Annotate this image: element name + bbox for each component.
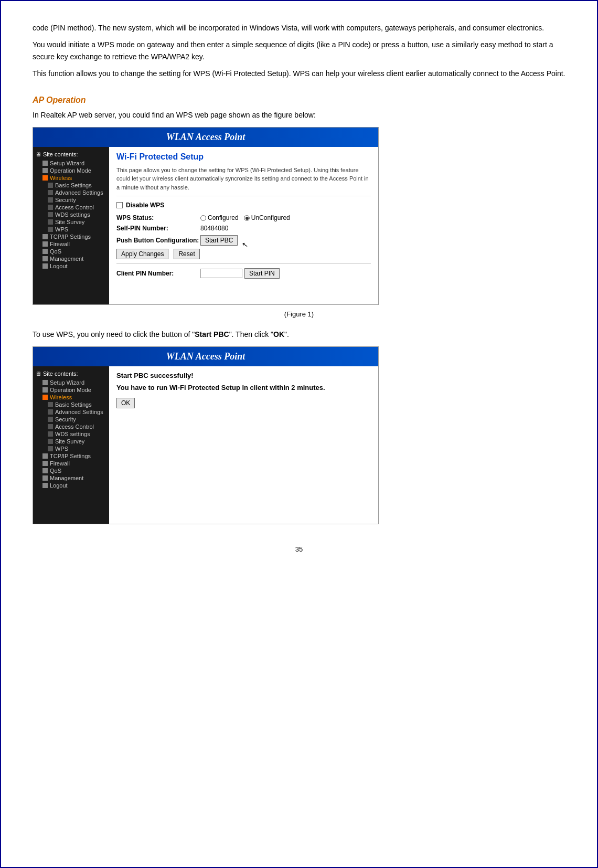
intro-text: In Realtek AP web server, you could find…	[33, 109, 565, 121]
page-icon	[48, 183, 53, 188]
folder-icon	[42, 380, 48, 385]
wlan-sidebar-2: 🖥 Site contents: Setup Wizard Operation …	[33, 366, 109, 524]
wlan-box-1: WLAN Access Point 🖥 Site contents: Setup…	[33, 127, 379, 305]
page-icon	[48, 212, 53, 217]
nav2-basic-settings[interactable]: Basic Settings	[35, 401, 107, 408]
folder-icon	[42, 475, 48, 481]
paragraph-2: You would initiate a WPS mode on gateway…	[33, 39, 565, 62]
nav-site-survey[interactable]: Site Survey	[35, 218, 107, 226]
page-icon	[48, 219, 53, 225]
active-folder-icon	[42, 395, 48, 400]
page-icon	[48, 431, 53, 437]
nav2-wireless[interactable]: Wireless	[35, 394, 107, 401]
page-icon	[48, 190, 53, 195]
nav-firewall[interactable]: Firewall	[35, 240, 107, 248]
nav-logout[interactable]: Logout	[35, 262, 107, 270]
nav2-logout[interactable]: Logout	[35, 482, 107, 489]
monitor-icon-2: 🖥	[35, 371, 41, 377]
nav-wds-settings[interactable]: WDS settings	[35, 211, 107, 218]
nav-wps[interactable]: WPS	[35, 226, 107, 233]
nav2-advanced-settings[interactable]: Advanced Settings	[35, 408, 107, 416]
start-pbc-button[interactable]: Start PBC	[200, 235, 238, 246]
nav-tcpip-settings[interactable]: TCP/IP Settings	[35, 233, 107, 240]
nav2-wps[interactable]: WPS	[35, 445, 107, 452]
to-use-wps-text: To use WPS, you only need to click the b…	[33, 329, 565, 340]
folder-icon	[42, 387, 48, 393]
page-number: 35	[33, 545, 565, 553]
page-icon	[48, 197, 53, 203]
page-icon	[48, 409, 53, 415]
folder-icon	[42, 241, 48, 247]
self-pin-label: Self-PIN Number:	[116, 225, 200, 232]
nav-basic-settings[interactable]: Basic Settings	[35, 182, 107, 189]
client-pin-input[interactable]	[200, 269, 242, 278]
wps-page-title: Wi-Fi Protected Setup	[116, 152, 371, 162]
nav2-tcpip-settings[interactable]: TCP/IP Settings	[35, 452, 107, 460]
nav-management[interactable]: Management	[35, 255, 107, 262]
nav-advanced-settings[interactable]: Advanced Settings	[35, 189, 107, 196]
folder-icon	[42, 256, 48, 261]
nav2-security[interactable]: Security	[35, 416, 107, 423]
cursor-icon: ↖	[241, 240, 249, 250]
folder-icon	[42, 461, 48, 466]
wps-status-row: WPS Status: Configured UnConfigured	[116, 214, 371, 221]
paragraph-3: This function allows you to change the s…	[33, 68, 565, 79]
nav2-qos[interactable]: QoS	[35, 467, 107, 474]
nav2-site-survey[interactable]: Site Survey	[35, 438, 107, 445]
configured-label: Configured	[208, 214, 239, 221]
client-pin-row: Client PIN Number: Start PIN	[116, 268, 371, 279]
reset-button[interactable]: Reset	[174, 249, 199, 259]
ok-button[interactable]: OK	[116, 398, 135, 408]
folder-icon	[42, 483, 48, 488]
unconfigured-label: UnConfigured	[251, 214, 290, 221]
configured-radio-button[interactable]	[200, 215, 206, 221]
wlan-content-1: Wi-Fi Protected Setup This page allows y…	[109, 147, 378, 304]
wps-unconfigured-radio[interactable]: UnConfigured	[244, 214, 290, 221]
nav-operation-mode[interactable]: Operation Mode	[35, 167, 107, 174]
client-pin-label: Client PIN Number:	[116, 270, 200, 277]
wlan-box-2: WLAN Access Point 🖥 Site contents: Setup…	[33, 346, 379, 524]
nav2-management[interactable]: Management	[35, 474, 107, 482]
figure-caption: (Figure 1)	[33, 310, 565, 318]
start-pbc-inline: Start PBC	[195, 330, 229, 338]
disable-wps-checkbox[interactable]	[116, 202, 123, 208]
ok-inline: OK	[273, 330, 284, 338]
page-icon	[48, 439, 53, 444]
wlan-header-2: WLAN Access Point	[33, 347, 378, 366]
folder-icon	[42, 263, 48, 269]
nav2-operation-mode[interactable]: Operation Mode	[35, 386, 107, 394]
disable-wps-row: Disable WPS	[116, 202, 371, 209]
nav-wireless[interactable]: Wireless	[35, 174, 107, 182]
nav-setup-wizard[interactable]: Setup Wizard	[35, 160, 107, 167]
nav2-setup-wizard[interactable]: Setup Wizard	[35, 379, 107, 386]
section-heading: AP Operation	[33, 96, 565, 105]
page-icon	[48, 227, 53, 232]
site-contents-label: 🖥 Site contents:	[35, 151, 107, 157]
nav2-firewall[interactable]: Firewall	[35, 460, 107, 467]
nav-security[interactable]: Security	[35, 196, 107, 204]
paragraph-1: code (PIN method). The new system, which…	[33, 22, 565, 34]
self-pin-row: Self-PIN Number: 80484080	[116, 225, 371, 232]
monitor-icon: 🖥	[35, 151, 41, 157]
wps-description: This page allows you to change the setti…	[116, 166, 371, 197]
success-text: Start PBC successfully!	[116, 372, 371, 379]
nav-qos[interactable]: QoS	[35, 248, 107, 255]
page-icon	[48, 417, 53, 422]
page: code (PIN method). The new system, which…	[0, 0, 598, 868]
action-buttons-row: Apply Changes Reset	[116, 249, 371, 259]
unconfigured-radio-button[interactable]	[244, 215, 250, 221]
apply-changes-button[interactable]: Apply Changes	[116, 249, 168, 259]
start-pin-button[interactable]: Start PIN	[244, 268, 280, 279]
nav-access-control[interactable]: Access Control	[35, 204, 107, 211]
push-button-label: Push Button Configuration:	[116, 237, 200, 244]
wps-configured-radio[interactable]: Configured	[200, 214, 239, 221]
page-icon	[48, 424, 53, 429]
disable-wps-label: Disable WPS	[126, 202, 164, 209]
site-contents-label-2: 🖥 Site contents:	[35, 371, 107, 377]
page-icon	[48, 402, 53, 407]
nav2-access-control[interactable]: Access Control	[35, 423, 107, 430]
wlan-sidebar-1: 🖥 Site contents: Setup Wizard Operation …	[33, 147, 109, 304]
nav2-wds-settings[interactable]: WDS settings	[35, 430, 107, 438]
folder-icon	[42, 168, 48, 173]
folder-icon	[42, 249, 48, 254]
